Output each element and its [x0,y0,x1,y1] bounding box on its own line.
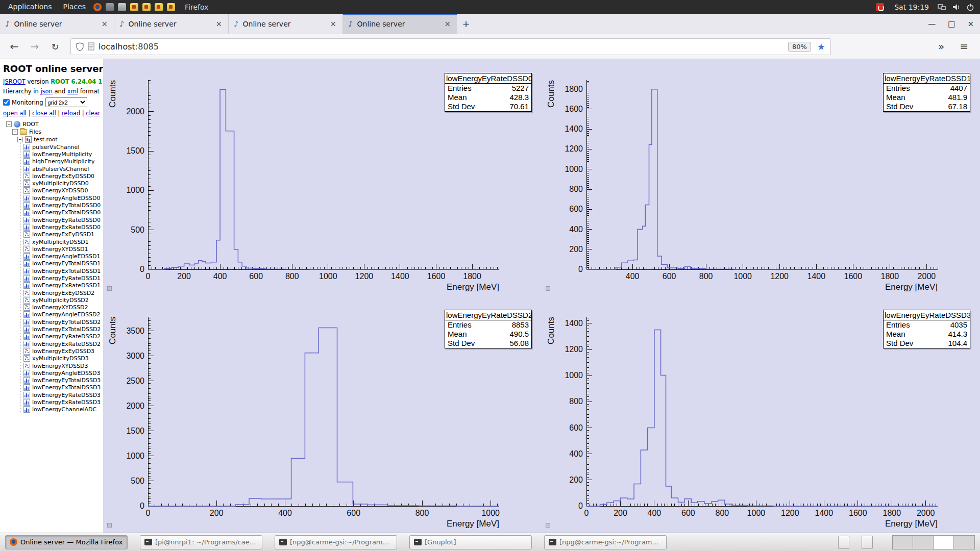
tree-item[interactable]: lowEnergyEyRateDSSD0 [3,216,102,223]
close-window-button[interactable]: × [961,14,980,34]
browser-tab[interactable]: ♪Online server× [343,14,457,34]
tree-item[interactable]: lowEnergyEyRateDSSD2 [3,333,102,340]
tab-close-icon[interactable]: × [443,19,452,29]
pad-resize-grip[interactable] [546,523,550,528]
tree-item[interactable]: lowEnergyEyTotalDSSD3 [3,377,102,384]
tree-item[interactable]: lowEnergyAngleEDSSD2 [3,311,102,318]
maximize-button[interactable]: □ [942,14,961,34]
tree-item[interactable]: lowEnergyMultiplicity [3,151,102,158]
tree-item[interactable]: absPulserVsChannel [3,165,102,172]
taskbar-window-button[interactable]: [npg@carme-gsi:~/Programs/CARME...] [544,535,667,549]
tree-item[interactable]: lowEnergyAngleEDSSD3 [3,369,102,377]
forward-button[interactable]: → [27,40,43,53]
histogram-pad-3[interactable]: 0200400600800100012001400160018002000020… [542,296,980,533]
tree-item[interactable]: xyMultiplicityDSSD1 [3,238,102,245]
tree-item[interactable]: lowEnergyExEyDSSD3 [3,347,102,355]
tree-item[interactable]: lowEnergyXYDSSD2 [3,304,102,311]
tab-close-icon[interactable]: × [214,19,223,29]
pad-resize-grip[interactable] [107,523,112,528]
histogram-pad-0[interactable]: 0200400600800100012001400160018000500100… [103,59,542,296]
tree-item[interactable]: lowEnergyChannelADC [3,406,102,413]
hamburger-menu-icon[interactable]: ≡ [954,40,974,53]
tree-item[interactable]: highEnergyMultiplicity [3,158,102,165]
back-button[interactable]: ← [6,40,22,53]
network-icon[interactable] [938,3,946,11]
tree-item[interactable]: lowEnergyAngleEDSSD0 [3,194,102,202]
stats-box[interactable]: lowEnergyEyRateDSSD1Entries4407Mean481.9… [883,73,970,112]
taskbar-window-button[interactable]: [npg@carme-gsi:~/Programs/caenlo...] [275,535,397,549]
tree-item[interactable]: lowEnergyExRateDSSD0 [3,223,102,231]
tree-item[interactable]: lowEnergyEyRateDSSD1 [3,274,102,282]
taskbar-window-button[interactable]: [Gnuplot] [409,535,532,549]
tree-item[interactable]: lowEnergyExRateDSSD3 [3,398,102,406]
stats-box[interactable]: lowEnergyEyRateDSSD0Entries5227Mean428.3… [445,73,532,112]
app-launcher-icon[interactable] [130,3,138,11]
tree-item[interactable]: lowEnergyXYDSSD0 [3,187,102,194]
tree-item[interactable]: lowEnergyExRateDSSD2 [3,340,102,347]
zoom-indicator[interactable]: 80% [788,42,811,52]
tree-action-close-all[interactable]: close all [32,110,56,117]
tree-item[interactable]: lowEnergyExTotalDSSD0 [3,209,102,216]
tree-item[interactable]: xyMultiplicityDSSD2 [3,296,102,304]
app-launcher-icon[interactable] [167,3,175,11]
app-launcher-icon[interactable] [118,3,126,11]
collapse-icon[interactable] [6,121,12,127]
tree-item[interactable]: lowEnergyEyTotalDSSD1 [3,260,102,267]
tab-close-icon[interactable]: × [329,19,337,29]
histogram-pad-2[interactable]: 0200400600800100005001000150020002500300… [103,296,542,533]
browser-tab[interactable]: ♪Online server× [229,14,343,34]
app-launcher-icon[interactable] [142,3,151,11]
tree-item[interactable]: xyMultiplicityDSSD0 [3,180,102,187]
collapse-icon[interactable] [17,137,23,142]
workspace-cell[interactable] [893,536,913,549]
tray-button[interactable] [838,536,849,549]
new-tab-button[interactable]: + [457,14,475,34]
tree-node-root[interactable]: ROOT [3,120,102,128]
browser-tab[interactable]: ♪Online server× [114,14,229,34]
browser-tab[interactable]: ♪Online server× [0,14,114,34]
jsroot-link[interactable]: JSROOT [3,78,26,85]
tray-button[interactable] [862,536,873,549]
pad-resize-grip[interactable] [546,286,550,291]
tree-item[interactable]: lowEnergyExTotalDSSD2 [3,325,102,333]
app-launcher-icon[interactable] [155,3,163,11]
tree-item[interactable]: xyMultiplicityDSSD3 [3,355,102,362]
tree-node-files[interactable]: Files [3,128,102,136]
tree-item[interactable]: lowEnergyExEyDSSD0 [3,172,102,180]
monitoring-checkbox[interactable] [3,99,10,106]
volume-icon[interactable] [952,3,960,11]
workspace-cell[interactable] [954,536,974,549]
tree-item[interactable]: lowEnergyXYDSSD1 [3,245,102,253]
reload-button[interactable]: ↻ [47,41,63,52]
notification-icon[interactable] [876,3,884,11]
stats-box[interactable]: lowEnergyEyRateDSSD3Entries4035Mean414.3… [883,310,970,348]
workspace-cell[interactable] [913,536,934,549]
tree-action-clear[interactable]: clear [86,110,100,117]
workspace-cell-active[interactable] [934,536,954,549]
tree-item[interactable]: lowEnergyExEyDSSD2 [3,289,102,296]
tree-node-file[interactable]: test.root [3,136,102,143]
overflow-menu-icon[interactable]: » [933,40,950,53]
pad-resize-grip[interactable] [107,286,112,291]
app-launcher-icon[interactable] [106,3,114,11]
url-text[interactable]: localhost:8085 [99,42,784,52]
tree-item[interactable]: pulserVsChannel [3,143,102,151]
bookmark-star-icon[interactable]: ★ [815,41,825,52]
xml-link[interactable]: xml [67,88,78,95]
tree-item[interactable]: lowEnergyEyTotalDSSD0 [3,202,102,209]
minimize-button[interactable]: — [922,14,942,34]
shield-icon[interactable] [76,42,84,51]
clock[interactable]: Sat 19:19 [889,3,934,11]
firefox-launcher-icon[interactable] [93,3,102,11]
histogram-pad-1[interactable]: 4006008001000120014001600180020000200400… [542,59,980,296]
tab-close-icon[interactable]: × [100,19,109,29]
tree-item[interactable]: lowEnergyExEyDSSD1 [3,231,102,238]
power-icon[interactable] [966,3,974,11]
taskbar-window-button[interactable]: Online server — Mozilla Firefox [5,535,128,549]
tree-item[interactable]: lowEnergyAngleEDSSD1 [3,253,102,260]
taskbar-window-button[interactable]: [pi@nnrpi1: ~/Programs/caenlogger] [140,535,262,549]
tree-item[interactable]: lowEnergyEyRateDSSD3 [3,391,102,398]
layout-select[interactable]: grid 2x2 [45,97,87,107]
tree-item[interactable]: lowEnergyExTotalDSSD1 [3,267,102,274]
tree-action-open-all[interactable]: open all [3,110,27,117]
